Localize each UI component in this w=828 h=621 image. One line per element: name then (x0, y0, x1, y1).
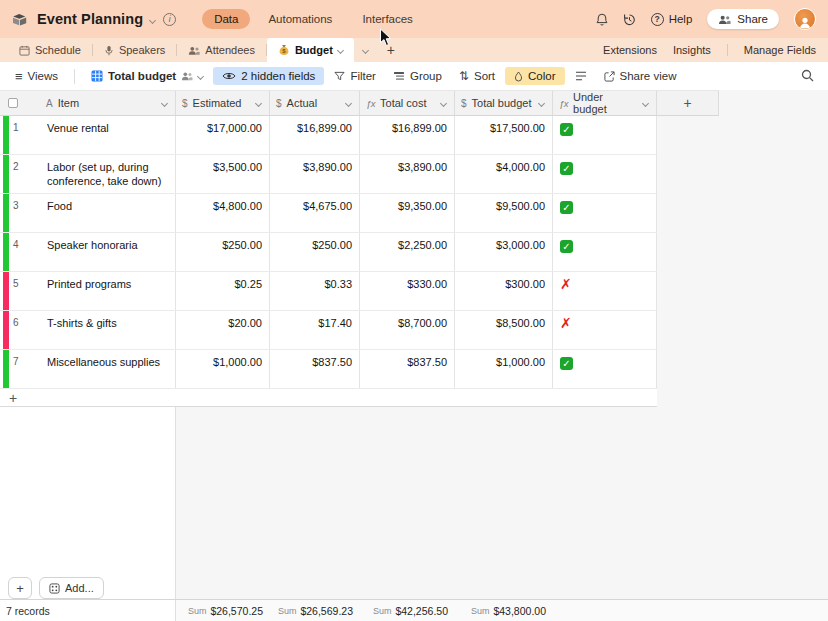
help-button[interactable]: ? Help (651, 13, 693, 26)
select-all-checkbox[interactable] (8, 98, 18, 108)
column-menu-chevron-icon[interactable] (440, 99, 447, 106)
cell-item[interactable]: Food (40, 194, 176, 232)
table-tab-budget[interactable]: $ Budget (267, 38, 354, 62)
cell-total-cost[interactable]: $9,350.00 (360, 194, 455, 232)
user-avatar[interactable] (794, 8, 816, 30)
cell-estimated[interactable]: $20.00 (176, 311, 270, 349)
table-row[interactable]: 1 Venue rental $17,000.00 $16,899.00 $16… (0, 116, 657, 155)
history-icon[interactable] (623, 13, 636, 26)
cell-item[interactable]: Miscellaneous supplies (40, 350, 176, 388)
cell-item[interactable]: Printed programs (40, 272, 176, 310)
add-field-button[interactable]: + (657, 91, 719, 115)
column-menu-chevron-icon[interactable] (255, 99, 262, 106)
table-row[interactable]: 6 T-shirts & gifts $20.00 $17.40 $8,700.… (0, 311, 657, 350)
table-row[interactable]: 3 Food $4,800.00 $4,675.00 $9,350.00 $9,… (0, 194, 657, 233)
base-title[interactable]: Event Planning (37, 11, 143, 27)
cell-under-budget[interactable]: ✓ (553, 155, 657, 193)
cell-total-cost[interactable]: $2,250.00 (360, 233, 455, 271)
table-tab-speakers[interactable]: Speakers (93, 38, 176, 62)
row-height-button[interactable] (568, 68, 594, 84)
column-header-under-budget[interactable]: ƒx Under budget (553, 91, 657, 115)
cell-actual[interactable]: $837.50 (270, 350, 360, 388)
cell-total-cost[interactable]: $16,899.00 (360, 116, 455, 154)
cell-estimated[interactable]: $0.25 (176, 272, 270, 310)
cell-total-budget[interactable]: $1,000.00 (455, 350, 553, 388)
add-more-button[interactable]: Add... (39, 577, 104, 599)
filter-button[interactable]: Filter (327, 67, 383, 85)
cell-total-budget[interactable]: $8,500.00 (455, 311, 553, 349)
cell-item[interactable]: Labor (set up, during conference, take d… (40, 155, 176, 193)
column-menu-chevron-icon[interactable] (345, 99, 352, 106)
sum-total-cost[interactable]: Sum $42,256.50 (360, 600, 455, 621)
search-icon[interactable] (801, 69, 814, 84)
sum-estimated[interactable]: Sum $26,570.25 (176, 600, 270, 621)
nav-tab-interfaces[interactable]: Interfaces (350, 9, 425, 29)
cell-under-budget[interactable]: ✓ (553, 350, 657, 388)
column-header-estimated[interactable]: $ Estimated (176, 91, 270, 115)
add-record-row[interactable]: + (0, 389, 657, 407)
sum-total-budget[interactable]: Sum $43,800.00 (455, 600, 553, 621)
extensions-link[interactable]: Extensions (603, 44, 657, 56)
cell-total-budget[interactable]: $300.00 (455, 272, 553, 310)
cell-actual[interactable]: $17.40 (270, 311, 360, 349)
nav-tab-automations[interactable]: Automations (256, 9, 344, 29)
table-row[interactable]: 7 Miscellaneous supplies $1,000.00 $837.… (0, 350, 657, 389)
cell-estimated[interactable]: $250.00 (176, 233, 270, 271)
table-tab-schedule[interactable]: Schedule (8, 38, 92, 62)
hidden-fields-button[interactable]: 2 hidden fields (213, 67, 324, 85)
nav-tab-data[interactable]: Data (202, 9, 250, 29)
cell-total-cost[interactable]: $8,700.00 (360, 311, 455, 349)
cell-estimated[interactable]: $1,000.00 (176, 350, 270, 388)
cell-total-budget[interactable]: $17,500.00 (455, 116, 553, 154)
cell-under-budget[interactable]: ✓ (553, 116, 657, 154)
cell-total-budget[interactable]: $9,500.00 (455, 194, 553, 232)
cell-under-budget[interactable]: ✗ (553, 272, 657, 310)
share-view-button[interactable]: Share view (597, 67, 684, 85)
cell-item[interactable]: T-shirts & gifts (40, 311, 176, 349)
sum-actual[interactable]: Sum $26,569.23 (270, 600, 360, 621)
cell-estimated[interactable]: $3,500.00 (176, 155, 270, 193)
cell-total-cost[interactable]: $3,890.00 (360, 155, 455, 193)
table-list-chevron-button[interactable] (354, 38, 377, 62)
cell-estimated[interactable]: $17,000.00 (176, 116, 270, 154)
table-row[interactable]: 5 Printed programs $0.25 $0.33 $330.00 $… (0, 272, 657, 311)
notifications-bell-icon[interactable] (596, 13, 608, 26)
cell-actual[interactable]: $4,675.00 (270, 194, 360, 232)
group-button[interactable]: Group (386, 67, 449, 85)
cell-estimated[interactable]: $4,800.00 (176, 194, 270, 232)
share-button[interactable]: Share (707, 9, 779, 29)
cell-actual[interactable]: $250.00 (270, 233, 360, 271)
cell-total-budget[interactable]: $4,000.00 (455, 155, 553, 193)
cell-actual[interactable]: $0.33 (270, 272, 360, 310)
cell-item[interactable]: Speaker honoraria (40, 233, 176, 271)
column-header-total-budget[interactable]: $ Total budget (455, 91, 553, 115)
column-menu-chevron-icon[interactable] (161, 99, 168, 106)
views-button[interactable]: ≡ Views (8, 67, 65, 86)
column-header-total-cost[interactable]: ƒx Total cost (360, 91, 455, 115)
select-all-header[interactable] (0, 91, 40, 115)
cell-total-cost[interactable]: $330.00 (360, 272, 455, 310)
add-record-button[interactable]: + (8, 577, 32, 599)
base-info-icon[interactable]: i (163, 13, 176, 26)
cell-under-budget[interactable]: ✓ (553, 233, 657, 271)
table-tab-attendees[interactable]: Attendees (177, 38, 266, 62)
column-header-actual[interactable]: $ Actual (270, 91, 360, 115)
cell-total-budget[interactable]: $3,000.00 (455, 233, 553, 271)
insights-link[interactable]: Insights (673, 44, 711, 56)
table-row[interactable]: 2 Labor (set up, during conference, take… (0, 155, 657, 194)
column-menu-chevron-icon[interactable] (538, 99, 545, 106)
table-row[interactable]: 4 Speaker honoraria $250.00 $250.00 $2,2… (0, 233, 657, 272)
color-button[interactable]: Color (505, 67, 564, 85)
view-switcher[interactable]: Total budget (84, 67, 210, 85)
cell-item[interactable]: Venue rental (40, 116, 176, 154)
cell-under-budget[interactable]: ✓ (553, 194, 657, 232)
cell-actual[interactable]: $3,890.00 (270, 155, 360, 193)
cell-under-budget[interactable]: ✗ (553, 311, 657, 349)
base-menu-chevron-icon[interactable] (149, 16, 156, 23)
column-header-item[interactable]: A Item (40, 91, 176, 115)
cell-actual[interactable]: $16,899.00 (270, 116, 360, 154)
cell-total-cost[interactable]: $837.50 (360, 350, 455, 388)
manage-fields-link[interactable]: Manage Fields (744, 44, 816, 56)
sort-button[interactable]: ⇅ Sort (452, 67, 502, 85)
column-menu-chevron-icon[interactable] (642, 99, 649, 106)
